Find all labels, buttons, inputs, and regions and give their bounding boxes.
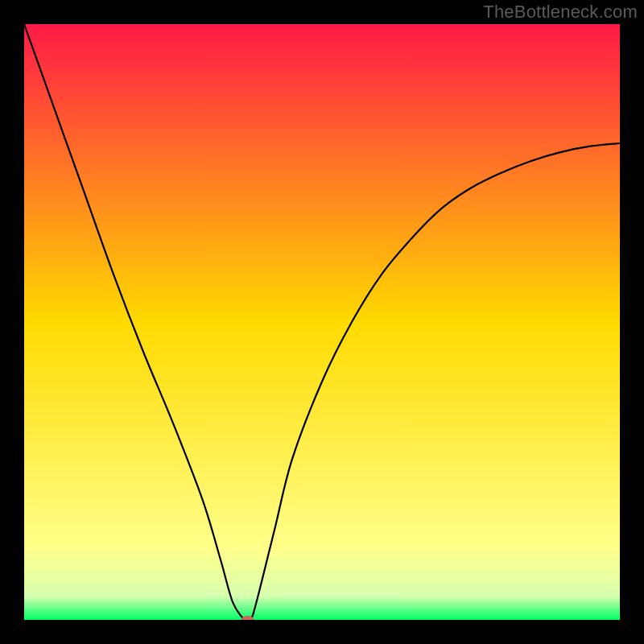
chart-container: TheBottleneck.com <box>0 0 644 644</box>
chart-svg <box>24 24 620 620</box>
watermark-label: TheBottleneck.com <box>483 2 638 23</box>
gradient-background <box>24 24 620 620</box>
plot-area <box>24 24 620 620</box>
